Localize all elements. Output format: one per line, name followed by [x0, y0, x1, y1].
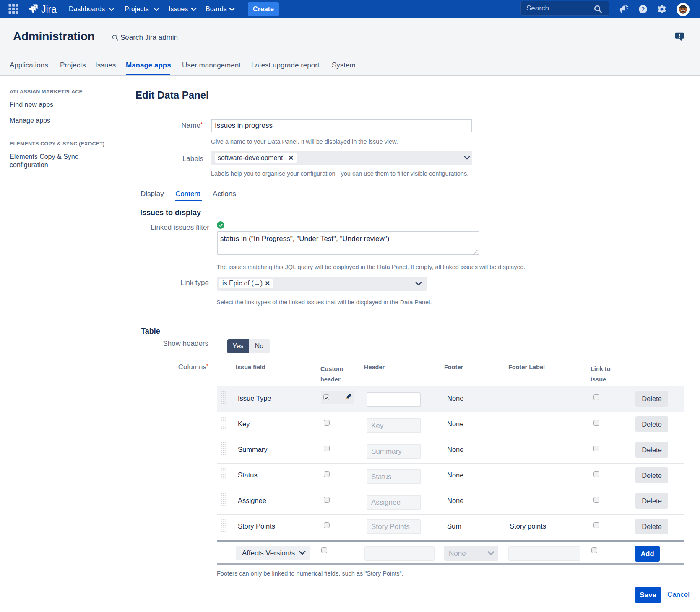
svg-text:?: ? [641, 6, 645, 13]
